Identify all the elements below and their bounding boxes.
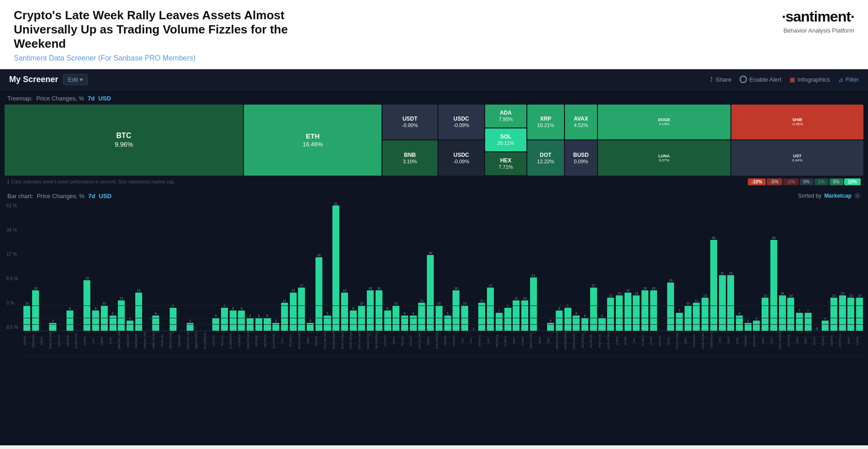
bar-group[interactable]: 19 [667,202,675,331]
bar-group[interactable]: 6 [443,202,452,331]
bar-group[interactable]: 51 [332,202,340,331]
bar-rect[interactable] [839,295,846,331]
bar-group[interactable]: 13 [701,202,709,331]
bar-group[interactable]: 9 [564,202,572,331]
bar-group[interactable]: 16 [375,202,383,331]
bar-rect[interactable] [530,277,537,330]
bar-group[interactable]: 10 [100,202,108,331]
bar-group[interactable]: 9 [169,202,177,331]
bar-rect[interactable] [290,293,297,330]
bar-group[interactable]: 8 [349,202,357,331]
bar-group[interactable]: 3 [744,202,752,331]
bar-group[interactable]: 7 [796,202,804,331]
bar-rect[interactable] [796,313,803,330]
bar-group[interactable]: 6 [109,202,117,331]
bar-rect[interactable] [92,310,99,331]
bar-group[interactable]: 12 [512,202,520,331]
bar-group[interactable] [203,202,211,331]
bar-rect[interactable] [230,310,237,331]
bar-group[interactable] [57,202,66,331]
bar-rect[interactable] [401,316,408,331]
bar-rect[interactable] [521,300,528,331]
bar-group[interactable] [74,202,83,331]
bar-group[interactable]: 30 [426,202,435,331]
bar-group[interactable]: 3 [186,202,194,331]
bar-group[interactable]: 36 [770,202,778,331]
treemap-ust[interactable]: UST 0.44% [731,140,864,176]
treemap-bnb[interactable]: BNB 3.10% [382,140,437,176]
treemap-ada[interactable]: ADA 7.95% [485,105,526,127]
bar-rect[interactable] [641,290,648,331]
bar-rect[interactable] [607,298,614,330]
bar-group[interactable]: 14 [778,202,786,331]
bar-group[interactable]: -1 [469,202,477,331]
treemap-eth[interactable]: ETH 16.46% [244,105,381,176]
bar-group[interactable]: 15 [341,202,349,331]
bar-group[interactable] [143,202,151,331]
bar-rect[interactable] [598,318,605,330]
bar-group[interactable]: 8 [229,202,237,331]
bar-rect[interactable] [822,321,829,331]
bar-rect[interactable] [427,255,434,331]
bar-rect[interactable] [247,318,254,330]
bar-group[interactable]: 36 [710,202,718,331]
bar-group[interactable]: 5 [598,202,606,331]
treemap-shib[interactable]: SHIB -0.06% [731,105,864,140]
bar-group[interactable]: 12 [521,202,529,331]
bar-group[interactable]: 7 [675,202,684,331]
bar-group[interactable]: 4 [752,202,761,331]
bar-group[interactable]: 10 [358,202,366,331]
bar-group[interactable]: 8 [238,202,246,331]
infographics-button[interactable]: ▦ Infographics [790,76,830,83]
bar-rect[interactable] [110,316,116,331]
bar-rect[interactable] [710,240,717,331]
treemap-hex[interactable]: HEX 7.71% [485,152,526,175]
bar-group[interactable]: 6 [572,202,581,331]
bar-group[interactable] [538,202,546,331]
bar-rect[interactable] [436,305,442,331]
bar-group[interactable] [194,202,203,331]
bar-group[interactable]: 5 [263,202,271,331]
bar-group[interactable]: 12 [117,202,126,331]
bar-group[interactable]: 7 [804,202,812,331]
treemap-busd[interactable]: BUSD 0.09% [565,140,597,176]
bar-rect[interactable] [564,308,571,330]
bar-rect[interactable] [367,290,374,331]
bar-group[interactable]: 3 [272,202,280,331]
bar-group[interactable]: 22 [718,202,726,331]
bar-group[interactable]: 10 [392,202,400,331]
bar-rect[interactable] [384,310,391,331]
bar-rect[interactable] [547,323,554,330]
bar-group[interactable]: 5 [581,202,589,331]
bar-rect[interactable] [650,290,657,331]
bar-group[interactable]: 10 [435,202,443,331]
treemap-luna[interactable]: LUNA 6.07% [598,140,730,176]
bar-rect[interactable] [487,288,494,330]
bar-group[interactable]: 8 [92,202,100,331]
bar-rect[interactable] [32,290,39,331]
bar-group[interactable] [177,202,186,331]
bar-rect[interactable] [212,318,219,330]
bar-rect[interactable] [324,316,331,331]
treemap-usdt[interactable]: USDT -0.00% [382,105,437,140]
bar-rect[interactable] [847,298,854,330]
bar-rect[interactable] [444,316,451,331]
bar-group[interactable]: 6 [401,202,409,331]
bar-group[interactable]: 8 [383,202,392,331]
bar-rect[interactable] [504,308,511,330]
treemap-usdc1[interactable]: USDC -0.09% [438,105,484,140]
bar-group[interactable]: 13 [856,202,863,331]
bar-rect[interactable] [736,316,743,331]
bar-rect[interactable] [118,300,125,331]
bar-rect[interactable] [101,305,108,331]
bar-group[interactable]: 3 [547,202,555,331]
bar-group[interactable]: 4 [821,202,829,331]
bar-rect[interactable] [573,316,580,331]
bar-rect[interactable] [393,305,399,331]
bar-rect[interactable] [581,318,588,330]
bar-group[interactable]: 16 [649,202,658,331]
enable-alert-button[interactable]: Enable Alert [740,76,781,83]
bar-group[interactable]: 11 [281,202,289,331]
bar-rect[interactable] [685,305,691,331]
edit-button[interactable]: Edit ▾ [63,74,88,85]
